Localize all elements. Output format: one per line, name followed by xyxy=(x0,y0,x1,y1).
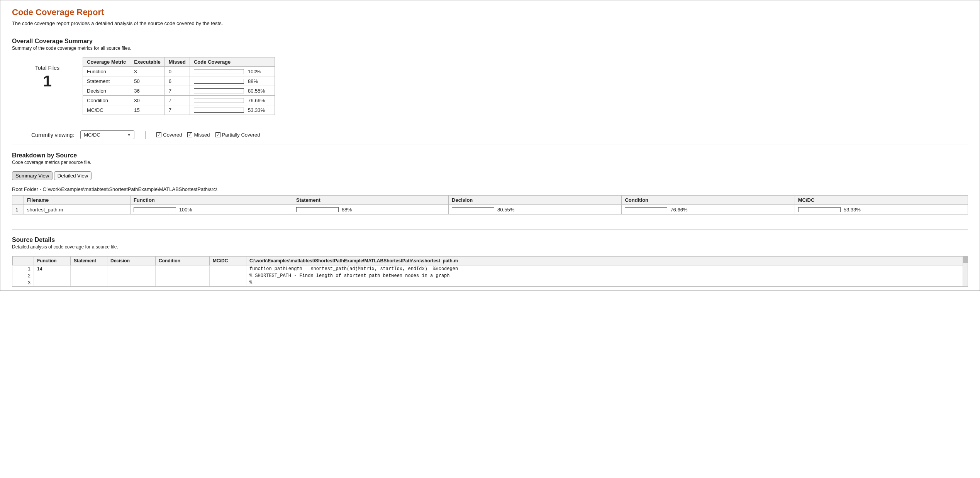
metric-dropdown-value: MC/DC xyxy=(84,132,100,138)
source-line: 114function pathLength = shortest_path(a… xyxy=(13,265,968,273)
line-number: 3 xyxy=(13,279,34,286)
checkbox-partial[interactable] xyxy=(215,132,220,137)
checkbox-covered[interactable] xyxy=(156,132,161,137)
coverage-pct: 76.66% xyxy=(670,207,687,213)
exec-cell: 15 xyxy=(130,105,165,115)
source-line: 2% SHORTEST_PATH - Finds length of short… xyxy=(13,272,968,279)
breakdown-table: Filename Function Statement Decision Con… xyxy=(12,195,968,215)
missed-cell: 7 xyxy=(164,105,190,115)
metric-cell: MC/DC xyxy=(83,105,130,115)
line-mcdc xyxy=(210,279,246,286)
checkbox-partial-label: Partially Covered xyxy=(222,132,260,138)
exec-cell: 36 xyxy=(130,86,165,96)
total-files-block: Total Files 1 xyxy=(12,57,75,90)
metric-dropdown[interactable]: MC/DC ▼ xyxy=(80,130,134,139)
coverage-bar xyxy=(194,88,244,93)
col-d-decision: Decision xyxy=(107,257,156,265)
coverage-bar xyxy=(194,69,244,74)
summary-view-button[interactable]: Summary View xyxy=(12,171,53,180)
filename-cell[interactable]: shortest_path.m xyxy=(24,205,131,215)
divider xyxy=(145,131,146,139)
coverage-cell: 53.33% xyxy=(795,205,968,215)
line-statement xyxy=(71,272,107,279)
line-code: function pathLength = shortest_path(adjM… xyxy=(246,265,968,273)
col-metric: Coverage Metric xyxy=(83,57,130,67)
col-d-condition: Condition xyxy=(156,257,210,265)
line-decision xyxy=(107,272,156,279)
col-function: Function xyxy=(130,196,293,205)
scroll-thumb[interactable] xyxy=(963,256,968,263)
missed-cell: 0 xyxy=(164,67,190,76)
line-statement xyxy=(71,279,107,286)
separator xyxy=(12,229,968,230)
coverage-pct: 76.66% xyxy=(248,98,265,103)
metric-cell: Decision xyxy=(83,86,130,96)
col-d-path: C:\work\Examples\matlabtest\ShortestPath… xyxy=(246,257,968,265)
checkbox-missed[interactable] xyxy=(187,132,192,137)
table-row: Function30100% xyxy=(83,67,275,76)
total-files-label: Total Files xyxy=(35,65,59,71)
coverage-bar xyxy=(134,207,176,212)
coverage-bar xyxy=(194,79,244,84)
source-line: 3% xyxy=(13,279,968,286)
vertical-scrollbar[interactable] xyxy=(963,256,968,286)
details-desc: Detailed analysis of code coverage for a… xyxy=(12,244,968,250)
viewing-label: Currently viewing: xyxy=(31,132,74,138)
line-decision xyxy=(107,265,156,273)
col-decision: Decision xyxy=(449,196,622,205)
page-subtitle: The code coverage report provides a deta… xyxy=(12,20,968,26)
table-row: Statement50688% xyxy=(83,76,275,86)
col-missed: Missed xyxy=(164,57,190,67)
line-decision xyxy=(107,279,156,286)
source-details-table: Function Statement Decision Condition MC… xyxy=(12,256,968,286)
coverage-cell: 53.33% xyxy=(190,105,275,115)
missed-cell: 7 xyxy=(164,96,190,105)
table-row[interactable]: 1shortest_path.m100%88%80.55%76.66%53.33… xyxy=(12,205,968,215)
root-folder-prefix: Root Folder - xyxy=(12,186,42,192)
chevron-down-icon: ▼ xyxy=(127,133,131,137)
overall-summary-table: Coverage Metric Executable Missed Code C… xyxy=(83,57,275,115)
col-d-mcdc: MC/DC xyxy=(210,257,246,265)
coverage-cell: 88% xyxy=(190,76,275,86)
root-folder: Root Folder - C:\work\Examples\matlabtes… xyxy=(12,186,968,192)
col-d-statement: Statement xyxy=(71,257,107,265)
missed-cell: 6 xyxy=(164,76,190,86)
breakdown-desc: Code coverage metrics per source file. xyxy=(12,160,968,165)
coverage-cell: 76.66% xyxy=(190,96,275,105)
table-row: Condition30776.66% xyxy=(83,96,275,105)
metric-cell: Statement xyxy=(83,76,130,86)
overall-heading: Overall Coverage Summary xyxy=(12,38,968,45)
coverage-pct: 53.33% xyxy=(248,107,265,113)
col-cov: Code Coverage xyxy=(190,57,275,67)
table-row: MC/DC15753.33% xyxy=(83,105,275,115)
line-condition xyxy=(156,272,210,279)
exec-cell: 3 xyxy=(130,67,165,76)
overall-desc: Summary of the code coverage metrics for… xyxy=(12,46,968,51)
detailed-view-button[interactable]: Detailed View xyxy=(54,171,92,180)
coverage-pct: 80.55% xyxy=(248,88,265,94)
breakdown-heading: Breakdown by Source xyxy=(12,152,968,159)
metric-cell: Function xyxy=(83,67,130,76)
coverage-bar xyxy=(798,207,841,212)
line-function xyxy=(34,272,71,279)
line-mcdc xyxy=(210,265,246,273)
col-filename: Filename xyxy=(24,196,131,205)
col-line xyxy=(13,257,34,265)
coverage-bar xyxy=(296,207,339,212)
line-function: 14 xyxy=(34,265,71,273)
line-number: 1 xyxy=(13,265,34,273)
coverage-pct: 100% xyxy=(179,207,192,213)
coverage-pct: 53.33% xyxy=(844,207,861,213)
table-row: Decision36780.55% xyxy=(83,86,275,96)
page-title: Code Coverage Report xyxy=(12,7,968,17)
line-code: % SHORTEST_PATH - Finds length of shorte… xyxy=(246,272,968,279)
line-function xyxy=(34,279,71,286)
root-folder-path: C:\work\Examples\matlabtest\ShortestPath… xyxy=(42,186,217,192)
coverage-cell: 80.55% xyxy=(449,205,622,215)
line-mcdc xyxy=(210,272,246,279)
coverage-bar xyxy=(194,108,244,113)
col-mcdc: MC/DC xyxy=(795,196,968,205)
coverage-pct: 100% xyxy=(248,69,261,74)
line-condition xyxy=(156,265,210,273)
metric-cell: Condition xyxy=(83,96,130,105)
